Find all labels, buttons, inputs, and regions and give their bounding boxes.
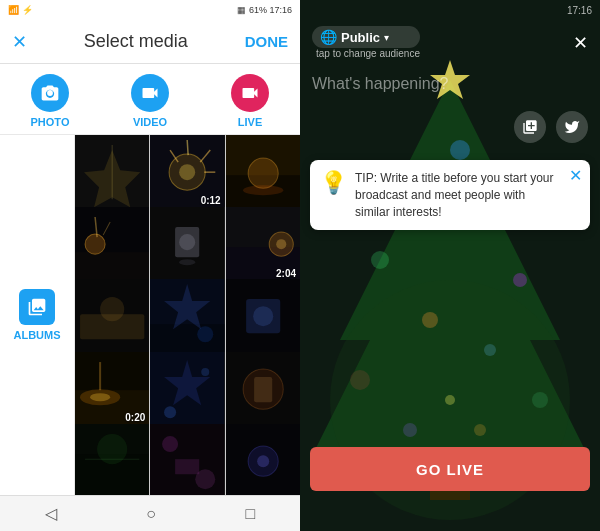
select-media-header: ✕ Select media DONE bbox=[0, 20, 300, 64]
tip-emoji: 💡 bbox=[320, 170, 347, 196]
media-action-button[interactable] bbox=[514, 111, 546, 143]
svg-point-14 bbox=[243, 185, 283, 195]
tab-video-label: VIDEO bbox=[133, 116, 167, 128]
close-button[interactable]: ✕ bbox=[12, 31, 27, 53]
grid-cell-9[interactable] bbox=[226, 279, 300, 353]
svg-point-0 bbox=[47, 90, 53, 96]
tab-photo-label: PHOTO bbox=[31, 116, 70, 128]
right-time: 17:16 bbox=[567, 5, 592, 16]
right-panel: 17:16 🌐 Public ▾ tap to change audience … bbox=[300, 0, 600, 531]
tab-live-label: LIVE bbox=[238, 116, 262, 128]
svg-point-37 bbox=[253, 307, 273, 327]
grid-cell-12[interactable] bbox=[226, 352, 300, 426]
svg-point-30 bbox=[100, 297, 124, 321]
svg-point-23 bbox=[179, 234, 195, 250]
recents-button[interactable]: □ bbox=[246, 505, 256, 523]
globe-icon: 🌐 bbox=[320, 29, 337, 45]
grid-cell-6[interactable]: 2:04 bbox=[226, 207, 300, 281]
svg-point-34 bbox=[198, 327, 214, 343]
done-button[interactable]: DONE bbox=[245, 33, 288, 50]
twitter-action-button[interactable] bbox=[556, 111, 588, 143]
page-title: Select media bbox=[84, 31, 188, 52]
tab-live[interactable]: LIVE bbox=[200, 74, 300, 128]
right-status-bar: 17:16 bbox=[300, 0, 600, 20]
grid-cell-15[interactable] bbox=[226, 424, 300, 495]
svg-point-69 bbox=[513, 273, 527, 287]
albums-label: ALBUMS bbox=[13, 329, 60, 341]
photo-grid: 0:12 bbox=[75, 135, 300, 495]
svg-rect-32 bbox=[150, 325, 224, 354]
grid-cell-4[interactable] bbox=[75, 207, 149, 281]
home-button[interactable]: ○ bbox=[146, 505, 156, 523]
tip-box: 💡 TIP: Write a title before you start yo… bbox=[310, 160, 590, 230]
svg-point-45 bbox=[164, 406, 176, 418]
status-bar-left: 📶 ⚡ ▦ 61% 17:16 bbox=[0, 0, 300, 20]
go-live-label: GO LIVE bbox=[416, 461, 484, 478]
tab-photo[interactable]: PHOTO bbox=[0, 74, 100, 128]
live-header: 🌐 Public ▾ tap to change audience ✕ bbox=[300, 20, 600, 65]
wifi-icon: ▦ bbox=[237, 5, 246, 15]
tip-text: TIP: Write a title before you start your… bbox=[355, 170, 560, 220]
battery-charging-icon: ⚡ bbox=[22, 5, 33, 15]
left-panel: 📶 ⚡ ▦ 61% 17:16 ✕ Select media DONE PHOT… bbox=[0, 0, 300, 531]
grid-cell-1[interactable] bbox=[75, 135, 149, 209]
what-happening-placeholder: What's happening? bbox=[312, 75, 448, 92]
status-left-icons: 📶 ⚡ bbox=[8, 5, 33, 15]
tab-video[interactable]: VIDEO bbox=[100, 74, 200, 128]
battery-level: 61% 17:16 bbox=[249, 5, 292, 15]
svg-point-41 bbox=[90, 393, 110, 401]
albums-section[interactable]: ALBUMS bbox=[0, 135, 75, 495]
svg-rect-57 bbox=[175, 459, 199, 474]
live-icon bbox=[231, 74, 269, 112]
grid-cell-8[interactable] bbox=[150, 279, 224, 353]
grid-cell-10[interactable]: 0:20 bbox=[75, 352, 149, 426]
video-icon bbox=[131, 74, 169, 112]
svg-point-22 bbox=[179, 259, 195, 265]
audience-label: Public bbox=[341, 30, 380, 45]
what-happening-input[interactable]: What's happening? bbox=[300, 65, 600, 103]
svg-point-27 bbox=[276, 239, 286, 249]
svg-point-13 bbox=[248, 158, 278, 188]
video-duration-10: 0:20 bbox=[125, 412, 145, 423]
audience-container: 🌐 Public ▾ tap to change audience bbox=[312, 26, 420, 59]
status-right-info: ▦ 61% 17:16 bbox=[237, 5, 292, 15]
go-live-button[interactable]: GO LIVE bbox=[310, 447, 590, 491]
action-icons-row bbox=[300, 103, 600, 151]
audience-sublabel: tap to change audience bbox=[316, 48, 420, 59]
audience-button[interactable]: 🌐 Public ▾ bbox=[312, 26, 420, 48]
grid-cell-5[interactable] bbox=[150, 207, 224, 281]
grid-cell-11[interactable] bbox=[150, 352, 224, 426]
svg-point-55 bbox=[162, 436, 178, 452]
back-button[interactable]: ◁ bbox=[45, 504, 57, 523]
signal-icon: 📶 bbox=[8, 5, 19, 15]
svg-point-46 bbox=[202, 368, 210, 376]
close-right-button[interactable]: ✕ bbox=[573, 32, 588, 54]
grid-cell-14[interactable] bbox=[150, 424, 224, 495]
content-area: ALBUMS bbox=[0, 135, 300, 495]
photo-icon bbox=[31, 74, 69, 112]
grid-cell-13[interactable] bbox=[75, 424, 149, 495]
tip-close-button[interactable]: ✕ bbox=[569, 166, 582, 185]
albums-icon bbox=[19, 289, 55, 325]
svg-rect-16 bbox=[75, 252, 149, 281]
video-duration-6: 2:04 bbox=[276, 268, 296, 279]
navigation-bar: ◁ ○ □ bbox=[0, 495, 300, 531]
svg-point-6 bbox=[179, 164, 195, 180]
svg-line-7 bbox=[187, 140, 188, 155]
grid-cell-3[interactable] bbox=[226, 135, 300, 209]
svg-point-17 bbox=[85, 234, 105, 254]
svg-point-60 bbox=[257, 455, 269, 467]
chevron-down-icon: ▾ bbox=[384, 32, 389, 43]
svg-rect-49 bbox=[254, 377, 272, 402]
grid-cell-7[interactable] bbox=[75, 279, 149, 353]
svg-point-68 bbox=[371, 251, 389, 269]
grid-cell-2[interactable]: 0:12 bbox=[150, 135, 224, 209]
media-type-tabs: PHOTO VIDEO LIVE bbox=[0, 64, 300, 135]
video-duration-2: 0:12 bbox=[201, 195, 221, 206]
